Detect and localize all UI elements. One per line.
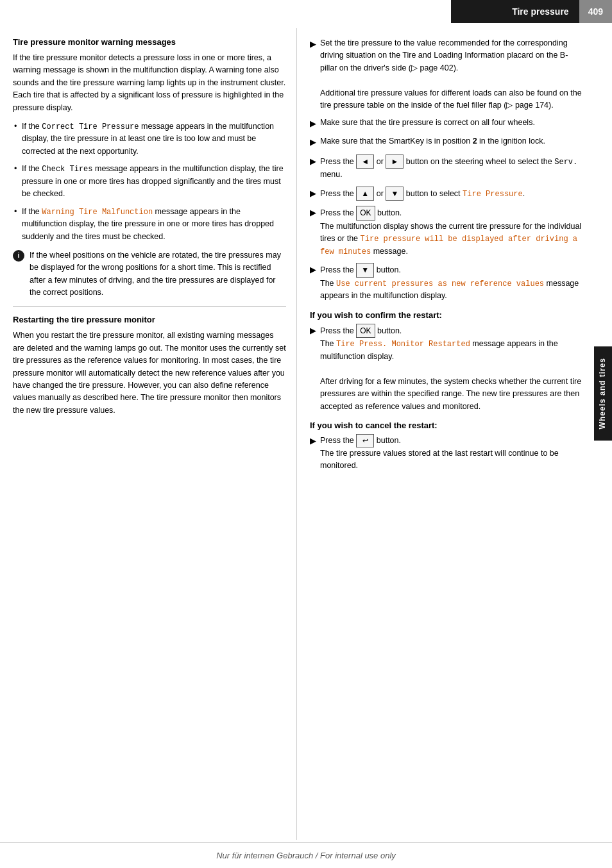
arrow-icon: ▶: [310, 263, 316, 303]
arrow-icon: ▶: [310, 187, 316, 201]
bullet-correct-tire-pressure: If the Correct Tire Pressure message app…: [13, 121, 286, 158]
info-icon: i: [13, 250, 24, 262]
step-set-pressure: ▶ Set the tire pressure to the value rec…: [310, 37, 584, 112]
footer-text: Nur für internen Gebrauch / For internal…: [216, 851, 396, 860]
warning-messages-heading: Tire pressure monitor warning messages: [13, 37, 286, 47]
footer: Nur für internen Gebrauch / For internal…: [0, 842, 612, 868]
warning-messages-section: Tire pressure monitor warning messages I…: [13, 37, 286, 299]
ok-button: OK: [356, 206, 375, 221]
right-column: ▶ Set the tire pressure to the value rec…: [297, 28, 594, 840]
cancel-restart-heading: If you wish to cancel the restart:: [310, 421, 584, 430]
ok-button-confirm: OK: [356, 324, 375, 338]
arrow-icon: ▶: [310, 435, 316, 472]
step-confirm-ok: ▶ Press the OK button. The Tire Press. M…: [310, 324, 584, 413]
down-button: ▼: [386, 187, 404, 201]
arrow-icon: ▶: [310, 136, 316, 149]
step-check-all-wheels: ▶ Make sure that the tire pressure is co…: [310, 117, 584, 130]
info-text: If the wheel positions on the vehicle ar…: [30, 249, 286, 299]
title-text: Tire pressure: [512, 6, 568, 17]
arrow-icon: ▶: [310, 324, 316, 413]
step-press-lr-serv: ▶ Press the ◄ or ► button on the steerin…: [310, 154, 584, 181]
step-press-ok: ▶ Press the OK button. The multifunction…: [310, 206, 584, 258]
arrow-icon: ▶: [310, 206, 316, 258]
header-title: Tire pressure: [451, 0, 579, 23]
step-press-down-reference: ▶ Press the ▼ button. The Use current pr…: [310, 263, 584, 303]
left-button: ◄: [356, 154, 374, 169]
arrow-icon: ▶: [310, 117, 316, 130]
confirm-restart-heading: If you wish to confirm the restart:: [310, 310, 584, 320]
restarting-section: Restarting the tire pressure monitor Whe…: [13, 315, 286, 417]
step-smartkey: ▶ Make sure that the SmartKey is in posi…: [310, 135, 584, 149]
arrow-icon: ▶: [310, 155, 316, 181]
warning-messages-intro: If the tire pressure monitor detects a p…: [13, 52, 286, 114]
side-tab: Wheels and tires: [594, 346, 612, 440]
restarting-heading: Restarting the tire pressure monitor: [13, 315, 286, 324]
arrow-icon: ▶: [310, 38, 316, 112]
header: Tire pressure 409: [0, 0, 612, 23]
left-column: Tire pressure monitor warning messages I…: [0, 28, 297, 840]
down-button-2: ▼: [356, 263, 374, 278]
restarting-body: When you restart the tire pressure monit…: [13, 330, 286, 417]
up-button: ▲: [356, 187, 374, 201]
bullet-warning-malfunction: If the Warning Tire Malfunction message …: [13, 206, 286, 243]
section-divider: [13, 306, 286, 307]
bullet-check-tires: If the Check Tires message appears in th…: [13, 163, 286, 200]
step-press-ud-tire-pressure: ▶ Press the ▲ or ▼ button to select Tire…: [310, 187, 584, 201]
page-number: 409: [579, 0, 612, 23]
warning-bullets: If the Correct Tire Pressure message app…: [13, 121, 286, 243]
info-box: i If the wheel positions on the vehicle …: [13, 249, 286, 299]
back-button: ↩: [356, 434, 374, 447]
right-button: ►: [386, 154, 404, 169]
main-content: Tire pressure monitor warning messages I…: [0, 28, 594, 840]
step-cancel-back: ▶ Press the ↩ button. The tire pressure …: [310, 434, 584, 472]
